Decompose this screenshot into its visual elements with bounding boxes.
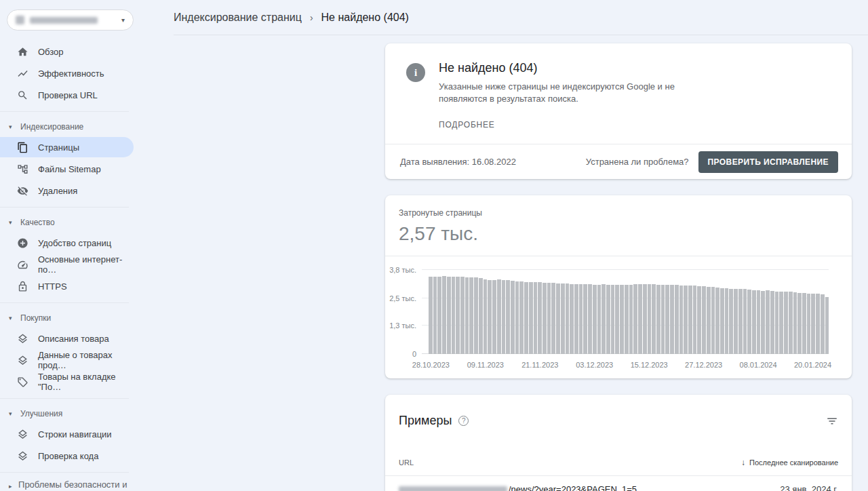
sidebar-item[interactable]: Проверка URL [0,85,134,105]
chart-x-tick-label: 21.11.2023 [521,361,558,369]
sidebar-section-header[interactable]: ▾Индексирование [0,118,174,136]
chart-bar [807,294,811,354]
table-row[interactable]: /news/?year=2023&PAGEN_1=523 янв. 2024 г… [385,475,852,491]
chart-bar [770,291,774,354]
sidebar-item[interactable]: Обзор [0,41,134,62]
issue-card: i Не найдено (404) Указанные ниже страни… [385,43,852,179]
caret-down-icon: ▾ [9,410,14,417]
chart-bar [488,280,492,354]
sidebar-item[interactable]: Строки навигации [0,424,134,444]
chart-x-tick-label: 27.12.2023 [685,361,722,369]
sidebar-item-label: Обзор [38,47,64,57]
chart-bar [816,294,820,354]
chart-x-tick-label: 03.12.2023 [576,361,613,369]
sidebar-item[interactable]: HTTPS [0,276,134,296]
sidebar-collapsed-section[interactable]: ▸Проблемы безопасности и меры, принятые … [0,479,174,491]
chart-bar [629,285,633,354]
lock-icon [17,281,28,292]
sidebar-item[interactable]: Удаления [0,180,134,201]
sidebar-item[interactable]: Основные интернет-по… [0,254,134,275]
chart-bar [747,290,751,354]
chart-bar [566,283,570,354]
chart-bar [542,283,547,354]
sidebar-item[interactable]: Удобство страниц [0,233,134,253]
chart-y-tick-label: 3,8 тыс. [382,266,416,274]
chart-bar [597,285,601,354]
breadcrumb: Индексирование страниц › Не найдено (404… [174,0,868,35]
filter-icon[interactable] [826,415,838,427]
first-detected-date: Дата выявления: 16.08.2022 [400,157,516,167]
chart-bar [633,284,637,354]
chart-bar [519,281,524,354]
metric-value: 2,57 тыс. [399,223,838,245]
sidebar-section-header[interactable]: ▾Покупки [0,309,174,327]
chart-bar [460,277,465,354]
last-scan-sort-header[interactable]: ↓ Последнее сканирование [741,458,838,467]
chart-bar [429,277,433,354]
sitemap-icon [17,163,28,175]
sidebar-item[interactable]: Товары на вкладке "По… [0,372,134,392]
help-icon[interactable]: ? [458,416,469,426]
chart-bar [534,282,538,354]
learn-more-link[interactable]: ПОДРОБНЕЕ [439,120,495,130]
chart-x-tick-label: 28.10.2023 [412,361,450,369]
chart-bar [707,287,711,354]
layers-icon [17,333,28,345]
sidebar-item[interactable]: Данные о товарах прод… [0,350,134,370]
chart-bar [734,289,738,354]
chart-bar [738,289,743,354]
layers-icon [17,355,28,366]
chart-bar [670,285,674,354]
chart-bar [775,292,779,354]
sidebar-section-header[interactable]: ▾Качество [0,214,174,231]
sidebar-item-label: Описания товара [38,334,109,344]
page-experience-icon [17,237,28,249]
chart-bar [620,285,624,354]
chart-bar [433,277,437,354]
property-selector[interactable]: ▾ [7,9,134,31]
chart-bar [793,292,797,354]
url-cell: /news/?year=2023&PAGEN_1=5 [399,484,637,491]
breadcrumb-separator: › [310,12,313,23]
sidebar-item-label: Удобство страниц [38,238,111,248]
caret-down-icon: ▾ [9,315,14,321]
affected-pages-tile[interactable]: Затронутые страницы 2,57 тыс. [385,195,852,256]
chart-bar [469,277,473,354]
chart-bar [643,284,647,354]
chart-bar [693,286,697,354]
chart-bar [679,286,684,354]
sidebar-item-label: Данные о товарах прод… [38,350,134,370]
chart-bar [442,276,446,354]
chart-bar [606,285,610,354]
chart-bars [429,270,829,354]
sidebar-section-header[interactable]: ▾Улучшения [0,405,174,423]
sidebar-item[interactable]: Файлы Sitemap [0,159,134,179]
validate-fix-button[interactable]: ПРОВЕРИТЬ ИСПРАВЛЕНИЕ [698,151,838,173]
chart-bar [761,291,765,354]
sidebar-item-label: Проверка кода [38,451,98,461]
pages-icon [17,142,28,153]
home-icon [17,46,28,58]
layers-icon [17,429,28,440]
chart-bar [492,280,496,354]
chart-bar [502,280,506,354]
chart-bar [447,277,451,354]
sidebar-item-label: Файлы Sitemap [38,164,101,174]
breadcrumb-parent-link[interactable]: Индексирование страниц [174,12,302,24]
chart-bar [797,293,802,354]
breadcrumb-current: Не найдено (404) [321,12,409,24]
chart-bar [779,292,783,354]
content: i Не найдено (404) Указанные ниже страни… [174,35,868,491]
issue-title: Не найдено (404) [439,61,724,75]
chart-bar [579,284,583,354]
chart-x-tick-label: 15.12.2023 [631,361,668,369]
sidebar-item[interactable]: Описания товара [0,328,134,349]
chart-bar [766,290,770,354]
chart-bar [497,279,501,354]
url-column-header: URL [399,458,414,467]
sidebar-item[interactable]: Проверка кода [0,446,134,466]
sidebar-item[interactable]: Эффективность [0,63,134,83]
chart-bar [601,284,606,354]
sidebar-divider [0,207,129,208]
sidebar-item[interactable]: Страницы [0,137,134,157]
